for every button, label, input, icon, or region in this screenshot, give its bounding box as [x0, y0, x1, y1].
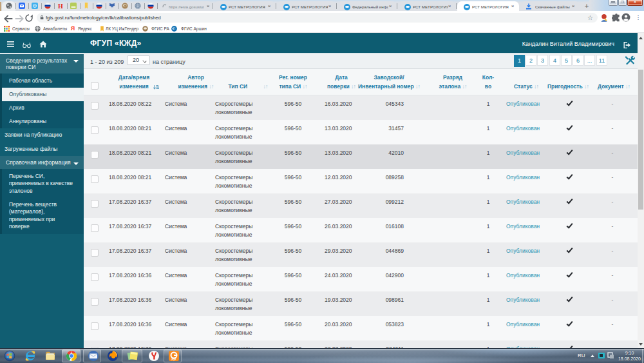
svg-text:PDF: PDF	[172, 358, 177, 361]
svg-text:H: H	[58, 3, 63, 9]
